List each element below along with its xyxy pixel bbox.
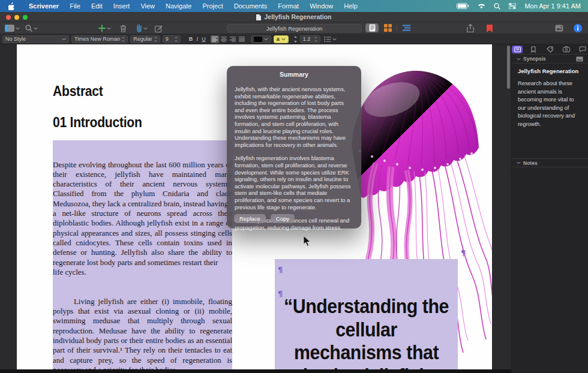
font-variant-select[interactable]: Regular xyxy=(130,35,160,43)
mouse-cursor xyxy=(303,235,311,247)
popup-paragraph: Jellyfish regeneration involves blastema… xyxy=(235,155,353,210)
synopsis-section-header[interactable]: Synopsis xyxy=(512,55,588,64)
chevron-down-icon xyxy=(517,161,521,164)
bookmark-icon xyxy=(531,46,536,53)
window-title: Jellyfish Regeneration xyxy=(0,13,588,20)
highlight-color-button[interactable]: a xyxy=(274,35,289,43)
pull-quote-text: “Understanding the cellular mechanisms t… xyxy=(282,295,451,373)
pilcrow-mark: ¶ xyxy=(278,265,283,274)
align-center-button[interactable] xyxy=(220,35,228,43)
menu-help[interactable]: Help xyxy=(338,0,363,12)
body-paragraph: Despite evolving throughout the last 600… xyxy=(53,160,232,278)
title-bar: Jellyfish Regeneration xyxy=(0,12,588,22)
camera-icon xyxy=(563,46,570,52)
font-select[interactable]: Times New Roman xyxy=(71,35,128,43)
align-left-button[interactable] xyxy=(211,35,219,43)
tab-comments[interactable] xyxy=(577,46,588,53)
battery-icon[interactable] xyxy=(457,3,469,9)
binder-sidebar-toggle[interactable] xyxy=(5,24,20,32)
synopsis-title[interactable]: Jellyfish Regeneration xyxy=(512,64,588,74)
tab-metadata[interactable] xyxy=(544,46,555,53)
control-center-icon[interactable] xyxy=(509,3,516,9)
tag-icon xyxy=(547,46,553,53)
text-color-swatch xyxy=(254,37,262,42)
editor-scrollbar[interactable] xyxy=(507,46,510,89)
style-select[interactable]: No Style xyxy=(2,35,69,43)
menu-view[interactable]: View xyxy=(135,0,160,12)
share-button[interactable] xyxy=(467,24,474,32)
search-icon[interactable] xyxy=(494,3,500,10)
menu-insert[interactable]: Insert xyxy=(108,0,136,12)
pilcrow-mark: ¶ xyxy=(461,248,466,257)
compose-button[interactable] xyxy=(155,24,163,32)
menu-file[interactable]: File xyxy=(64,0,86,12)
list-format-button[interactable] xyxy=(324,37,337,42)
segmented-divider xyxy=(397,25,397,31)
media-button[interactable] xyxy=(555,24,563,32)
wifi-icon[interactable] xyxy=(478,3,485,9)
align-right-button[interactable] xyxy=(229,35,237,43)
menu-clock[interactable]: Mon Apr 1 9:41 AM xyxy=(524,2,581,10)
editor-header-title-field[interactable]: Jellyfish Regeneration xyxy=(227,24,362,32)
document-proxy-icon xyxy=(256,14,261,20)
line-spacing-icon xyxy=(293,36,298,43)
body-paragraph: Living jellyfish are either (i) immobile… xyxy=(53,297,232,373)
menu-project[interactable]: Project xyxy=(197,0,228,12)
summary-popup: Summary Jellyfish, with their ancient ne… xyxy=(227,66,361,228)
underline-button[interactable]: U xyxy=(202,36,206,42)
speech-bubble-icon xyxy=(579,46,586,52)
font-size-stepper[interactable]: 9 xyxy=(163,35,181,43)
italic-button[interactable]: I xyxy=(196,36,198,42)
view-mode-document-button[interactable] xyxy=(365,23,379,32)
attachment-button[interactable] xyxy=(136,24,148,32)
add-item-button[interactable] xyxy=(98,24,111,32)
notes-section-header[interactable]: Notes xyxy=(512,158,588,167)
tab-snapshots[interactable] xyxy=(561,46,572,53)
menu-navigate[interactable]: Navigate xyxy=(160,0,197,12)
tab-bookmarks[interactable] xyxy=(528,46,539,53)
synopsis-image-icon[interactable] xyxy=(576,56,583,62)
editor-footer-bar xyxy=(0,369,511,373)
bold-button[interactable]: B xyxy=(189,36,193,42)
inspector-info-button[interactable] xyxy=(574,24,582,32)
menu-bar: Scrivener File Edit Insert View Navigate… xyxy=(0,0,588,12)
toolbar: Jellyfish Regeneration xyxy=(0,22,588,34)
popup-title: Summary xyxy=(227,66,361,78)
trash-button[interactable] xyxy=(120,24,127,32)
menu-window[interactable]: Window xyxy=(304,0,338,12)
menu-edit[interactable]: Edit xyxy=(86,0,108,12)
tab-notes[interactable] xyxy=(512,46,523,53)
popup-paragraph: Jellyfish, with their ancient nervous sy… xyxy=(235,86,353,148)
body-text-selection[interactable]: Despite evolving throughout the last 600… xyxy=(53,140,232,373)
format-bar: No Style Times New Roman Regular 9 B I U… xyxy=(0,34,588,44)
inspector-panel: Synopsis Jellyfish Regeneration Research… xyxy=(511,44,588,373)
view-mode-corkboard-button[interactable] xyxy=(381,23,394,32)
menu-scrivener[interactable]: Scrivener xyxy=(23,0,64,12)
pull-quote-selection[interactable]: ¶ ¶ “Understanding the cellular mechanis… xyxy=(275,259,458,373)
notepad-icon xyxy=(514,47,521,52)
text-color-well[interactable] xyxy=(251,35,271,43)
view-mode-outline-button[interactable] xyxy=(400,23,413,32)
align-justify-button[interactable] xyxy=(238,35,246,43)
search-toolbar-button[interactable] xyxy=(25,24,38,32)
chevron-down-icon xyxy=(517,58,521,61)
heading-introduction[interactable]: 01 Introduction xyxy=(53,114,142,131)
editor-area: Abstract 01 Introduction Despite evolvin… xyxy=(0,44,588,373)
replace-button[interactable]: Replace xyxy=(234,214,266,223)
alignment-group xyxy=(211,35,246,43)
inspector-tab-bar xyxy=(512,44,588,55)
menu-documents[interactable]: Documents xyxy=(229,0,273,12)
view-mode-segmented-control xyxy=(365,23,413,32)
line-spacing-stepper[interactable]: 1.2 xyxy=(300,35,320,43)
menu-format[interactable]: Format xyxy=(272,0,304,12)
copy-button[interactable]: Copy xyxy=(271,214,295,223)
apple-menu-icon[interactable] xyxy=(8,2,15,10)
heading-abstract[interactable]: Abstract xyxy=(53,83,103,100)
synopsis-text[interactable]: Research about these ancient animals is … xyxy=(512,74,588,128)
bookmark-button[interactable] xyxy=(487,24,493,32)
